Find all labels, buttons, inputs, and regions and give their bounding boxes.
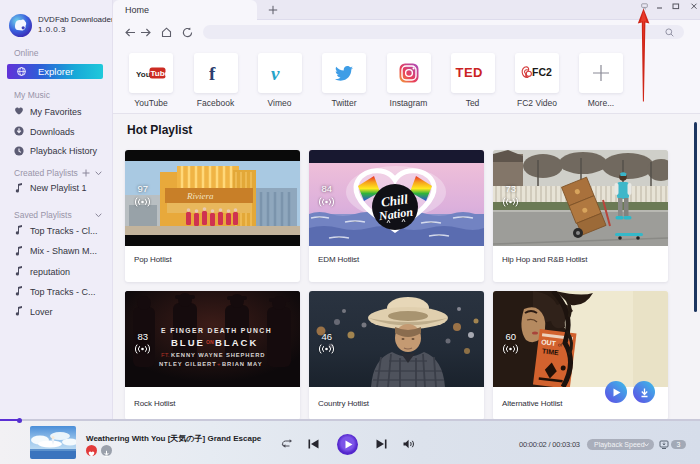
- svg-text:Tube: Tube: [151, 69, 167, 78]
- svg-text:Riviera: Riviera: [186, 191, 214, 201]
- svg-text:f: f: [209, 64, 216, 83]
- svg-text:v: v: [271, 65, 280, 83]
- svg-text:NTLEY GILBERT: NTLEY GILBERT: [159, 361, 217, 367]
- svg-text:ON: ON: [206, 339, 214, 345]
- svg-text:BRIAN MAY: BRIAN MAY: [222, 361, 262, 367]
- svg-text:FT.: FT.: [161, 352, 170, 358]
- svg-text:+: +: [217, 361, 221, 367]
- svg-text:E FINGER DEATH PUNCH: E FINGER DEATH PUNCH: [161, 327, 272, 334]
- svg-text:BLUE: BLUE: [171, 337, 205, 348]
- svg-text:KENNY WAYNE SHEPHERD: KENNY WAYNE SHEPHERD: [171, 352, 265, 358]
- svg-text:You: You: [136, 70, 151, 79]
- svg-text:BLACK: BLACK: [215, 337, 258, 348]
